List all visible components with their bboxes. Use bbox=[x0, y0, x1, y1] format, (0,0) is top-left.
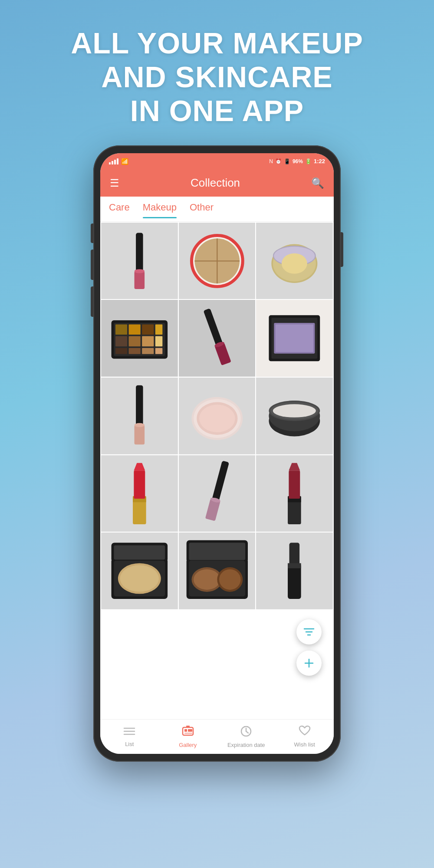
wifi-icon: 📶 bbox=[121, 158, 128, 165]
nav-list[interactable]: List bbox=[100, 726, 159, 747]
menu-button[interactable]: ☰ bbox=[110, 177, 119, 189]
phone-mockup: 📶 N ⏰ 📱 96% 🔋 1:22 ☰ Collection 🔍 Care M… bbox=[93, 145, 341, 762]
alarm-icon: ⏰ bbox=[275, 158, 282, 164]
product-grid-area[interactable] bbox=[100, 222, 334, 719]
battery-icon: 🔋 bbox=[305, 158, 312, 164]
filter-button[interactable] bbox=[296, 619, 322, 644]
svg-point-16 bbox=[282, 253, 307, 273]
product-item[interactable] bbox=[101, 378, 178, 454]
svg-rect-89 bbox=[288, 563, 301, 569]
svg-rect-27 bbox=[155, 336, 162, 347]
svg-point-55 bbox=[273, 404, 316, 418]
nfc-icon: N bbox=[269, 158, 273, 164]
add-button[interactable] bbox=[296, 651, 322, 676]
search-button[interactable]: 🔍 bbox=[311, 177, 324, 189]
svg-rect-21 bbox=[129, 325, 141, 335]
hero-section: ALL YOUR MAKEUP AND SKINCARE IN ONE APP bbox=[45, 0, 389, 145]
volume-up-button bbox=[91, 250, 93, 280]
product-item[interactable] bbox=[256, 223, 333, 299]
clock: 1:22 bbox=[314, 158, 325, 164]
volume-down-button bbox=[91, 286, 93, 317]
product-item[interactable] bbox=[101, 223, 178, 299]
svg-rect-42 bbox=[136, 385, 143, 426]
svg-rect-20 bbox=[115, 325, 127, 335]
app-header: ☰ Collection 🔍 bbox=[100, 170, 334, 197]
svg-rect-28 bbox=[115, 348, 127, 354]
svg-rect-29 bbox=[129, 348, 141, 354]
expiration-icon bbox=[240, 725, 252, 740]
product-item[interactable] bbox=[179, 533, 256, 609]
svg-point-75 bbox=[120, 566, 159, 592]
product-item[interactable] bbox=[256, 533, 333, 609]
svg-rect-100 bbox=[188, 729, 192, 732]
hero-title: ALL YOUR MAKEUP AND SKINCARE IN ONE APP bbox=[71, 26, 363, 128]
bottom-nav: List Gallery bbox=[100, 719, 334, 754]
mute-button bbox=[91, 224, 93, 243]
svg-rect-24 bbox=[115, 336, 127, 347]
svg-rect-30 bbox=[142, 348, 154, 354]
product-item[interactable] bbox=[256, 300, 333, 377]
svg-rect-40 bbox=[276, 325, 313, 352]
svg-point-49 bbox=[199, 404, 235, 432]
product-item[interactable] bbox=[101, 300, 178, 377]
svg-rect-2 bbox=[135, 271, 145, 289]
svg-line-105 bbox=[246, 731, 248, 733]
power-button bbox=[341, 232, 343, 267]
phone-screen: 📶 N ⏰ 📱 96% 🔋 1:22 ☰ Collection 🔍 Care M… bbox=[100, 153, 334, 754]
status-right: N ⏰ 📱 96% 🔋 1:22 bbox=[269, 158, 325, 164]
svg-point-44 bbox=[135, 423, 145, 427]
nav-gallery[interactable]: Gallery bbox=[159, 725, 217, 748]
svg-point-84 bbox=[219, 569, 240, 590]
svg-rect-76 bbox=[114, 546, 165, 560]
product-item[interactable] bbox=[101, 455, 178, 532]
svg-rect-22 bbox=[142, 325, 154, 335]
battery-level: 96% bbox=[293, 158, 303, 164]
svg-rect-59 bbox=[134, 470, 145, 499]
product-item[interactable] bbox=[256, 378, 333, 454]
fab-container bbox=[296, 619, 322, 676]
svg-point-3 bbox=[135, 269, 145, 273]
wishlist-icon bbox=[299, 725, 311, 740]
nav-wishlist[interactable]: Wish list bbox=[276, 725, 334, 748]
svg-rect-1 bbox=[136, 233, 143, 273]
sim-icon: 📱 bbox=[284, 158, 290, 164]
list-icon bbox=[123, 726, 135, 739]
product-item[interactable] bbox=[179, 455, 256, 532]
svg-rect-87 bbox=[288, 563, 301, 599]
nav-expiration[interactable]: Expiration date bbox=[217, 725, 276, 748]
wishlist-label: Wish list bbox=[294, 741, 315, 748]
tabs-bar: Care Makeup Other bbox=[100, 197, 334, 222]
signal-icon bbox=[109, 158, 118, 164]
tab-other[interactable]: Other bbox=[190, 202, 214, 216]
status-bar: 📶 N ⏰ 📱 96% 🔋 1:22 bbox=[100, 153, 334, 170]
product-item[interactable] bbox=[179, 300, 256, 377]
svg-rect-25 bbox=[129, 336, 141, 347]
product-item[interactable] bbox=[101, 533, 178, 609]
svg-rect-26 bbox=[142, 336, 154, 347]
gallery-icon bbox=[182, 725, 194, 740]
svg-point-82 bbox=[194, 569, 220, 590]
svg-rect-68 bbox=[289, 470, 300, 499]
tab-care[interactable]: Care bbox=[109, 202, 130, 216]
product-item[interactable] bbox=[179, 223, 256, 299]
product-grid bbox=[100, 222, 334, 610]
svg-rect-85 bbox=[189, 543, 245, 560]
svg-rect-31 bbox=[155, 348, 162, 354]
header-title: Collection bbox=[191, 176, 240, 190]
list-label: List bbox=[125, 741, 134, 747]
svg-rect-102 bbox=[186, 726, 190, 728]
svg-rect-23 bbox=[155, 325, 162, 335]
tab-makeup[interactable]: Makeup bbox=[143, 202, 177, 216]
svg-rect-101 bbox=[184, 733, 192, 734]
product-item[interactable] bbox=[179, 378, 256, 454]
svg-rect-88 bbox=[289, 543, 300, 566]
product-item[interactable] bbox=[256, 455, 333, 532]
svg-rect-43 bbox=[135, 425, 145, 444]
expiration-label: Expiration date bbox=[227, 742, 265, 748]
gallery-label: Gallery bbox=[179, 742, 197, 748]
svg-rect-99 bbox=[184, 729, 187, 732]
status-left: 📶 bbox=[109, 158, 128, 165]
